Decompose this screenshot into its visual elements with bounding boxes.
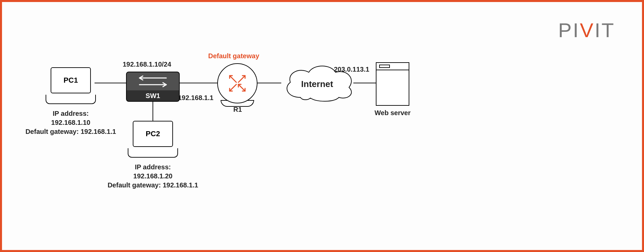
sw1-top [126, 72, 180, 91]
svg-line-5 [230, 84, 236, 91]
logo-p: P [558, 19, 573, 41]
diagram-frame: PIVIT PC1 IP address: 192.168.1.10 Defau… [0, 0, 644, 252]
logo-i1: I [573, 19, 580, 41]
pc2-details: IP address: 192.168.1.20 Default gateway… [99, 163, 207, 190]
pc1-details: IP address: 192.168.1.10 Default gateway… [17, 109, 124, 136]
pc1-device: PC1 [46, 67, 96, 104]
sw1-device: SW1 [126, 72, 180, 102]
router-arrows-icon [226, 72, 249, 95]
pc1-label: PC1 [64, 76, 78, 85]
pc2-base [128, 148, 178, 158]
sw1-label: SW1 [145, 92, 160, 100]
r1-device [217, 63, 257, 103]
link-sw1-r1 [178, 83, 219, 83]
server-ip: 203.0.113.1 [334, 66, 369, 73]
r1-circle [217, 63, 257, 103]
server-device [376, 62, 409, 106]
server-slot-icon [379, 65, 390, 68]
pc1-screen: PC1 [51, 67, 91, 93]
sw1-subnet: 192.168.1.10/24 [123, 61, 171, 68]
link-pc1-sw1 [95, 83, 128, 83]
pc2-screen: PC2 [133, 121, 173, 147]
logo-v: V [580, 19, 595, 41]
logo-i2: I [595, 19, 602, 41]
brand-logo: PIVIT [558, 19, 615, 42]
link-sw1-pc2 [153, 101, 153, 121]
r1-title: Default gateway [208, 52, 259, 60]
server-name: Web server [366, 109, 419, 117]
switch-arrows-icon [134, 75, 171, 88]
r1-lan-ip: 192.168.1.1 [178, 94, 214, 102]
pc2-device: PC2 [128, 121, 178, 158]
svg-line-3 [230, 76, 236, 82]
r1-name: R1 [233, 106, 242, 113]
pc1-base [46, 95, 96, 104]
svg-line-2 [238, 76, 245, 82]
sw1-bottom: SW1 [126, 90, 180, 102]
pc2-label: PC2 [146, 130, 160, 138]
logo-t: T [601, 19, 615, 41]
